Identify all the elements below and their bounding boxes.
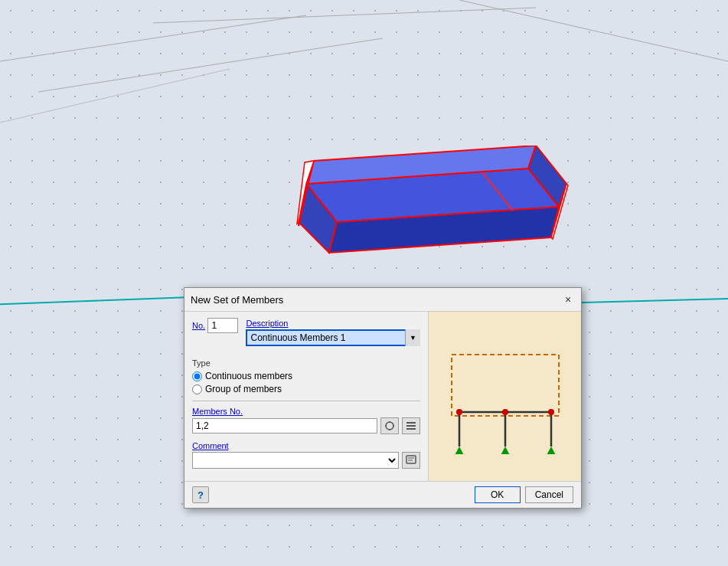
dialog-title: New Set of Members [191, 294, 283, 306]
members-no-section: Members No. [192, 406, 420, 434]
svg-rect-23 [406, 425, 416, 427]
svg-point-34 [502, 409, 508, 415]
cancel-button[interactable]: Cancel [525, 486, 573, 503]
svg-rect-24 [406, 428, 416, 430]
dialog-footer: ? OK Cancel [184, 481, 581, 508]
continuous-members-radio-row: Continuous members [192, 371, 420, 381]
comment-label[interactable]: Comment [192, 441, 229, 450]
group-members-radio[interactable] [192, 384, 202, 394]
svg-rect-28 [452, 355, 559, 416]
comment-section: Comment [192, 440, 420, 469]
svg-marker-38 [499, 447, 511, 454]
members-pick-button[interactable] [380, 417, 399, 434]
desc-wrapper: Continuous Members 1 Continuous Members … [246, 329, 420, 346]
dialog-close-button[interactable]: × [561, 293, 575, 306]
beam-3d [268, 146, 589, 291]
footer-right: OK Cancel [475, 486, 573, 503]
no-desc-row: No. Description Continuous Members 1 Con… [192, 318, 420, 352]
continuous-members-label[interactable]: Continuous members [205, 371, 292, 381]
comment-select[interactable] [192, 452, 399, 469]
no-input[interactable] [207, 318, 238, 333]
group-members-label[interactable]: Group of members [205, 384, 282, 394]
type-label: Type [192, 358, 420, 368]
desc-dropdown-arrow[interactable]: ▼ [405, 329, 420, 346]
members-input-row [192, 417, 420, 434]
comment-edit-button[interactable] [402, 452, 420, 469]
svg-point-33 [456, 409, 462, 415]
dialog: New Set of Members × No. Description Con… [184, 287, 582, 509]
desc-label[interactable]: Description [246, 319, 288, 328]
help-button[interactable]: ? [192, 486, 209, 503]
no-label[interactable]: No. [192, 321, 205, 330]
desc-field-group: Description Continuous Members 1 Continu… [246, 318, 420, 346]
group-members-radio-row: Group of members [192, 384, 420, 394]
no-field-group: No. [192, 318, 238, 346]
footer-left: ? [192, 486, 209, 503]
type-section: Type Continuous members Group of members [192, 358, 420, 394]
members-list-button[interactable] [402, 417, 420, 434]
svg-point-17 [386, 422, 393, 430]
preview-diagram [436, 339, 574, 454]
ok-button[interactable]: OK [475, 486, 521, 503]
svg-rect-25 [406, 456, 416, 463]
svg-point-35 [548, 409, 554, 415]
svg-rect-22 [406, 422, 416, 424]
continuous-members-radio[interactable] [192, 371, 202, 381]
comment-input-row [192, 452, 420, 469]
preview-panel [428, 312, 581, 481]
members-no-input[interactable] [192, 418, 377, 433]
dialog-body: No. Description Continuous Members 1 Con… [184, 312, 581, 481]
dialog-titlebar: New Set of Members × [184, 288, 581, 312]
members-no-label[interactable]: Members No. [192, 407, 243, 416]
dialog-left-panel: No. Description Continuous Members 1 Con… [184, 312, 428, 481]
desc-select[interactable]: Continuous Members 1 Continuous Members … [246, 329, 420, 346]
svg-marker-40 [545, 447, 557, 454]
svg-marker-36 [453, 447, 465, 454]
divider-1 [192, 401, 420, 401]
